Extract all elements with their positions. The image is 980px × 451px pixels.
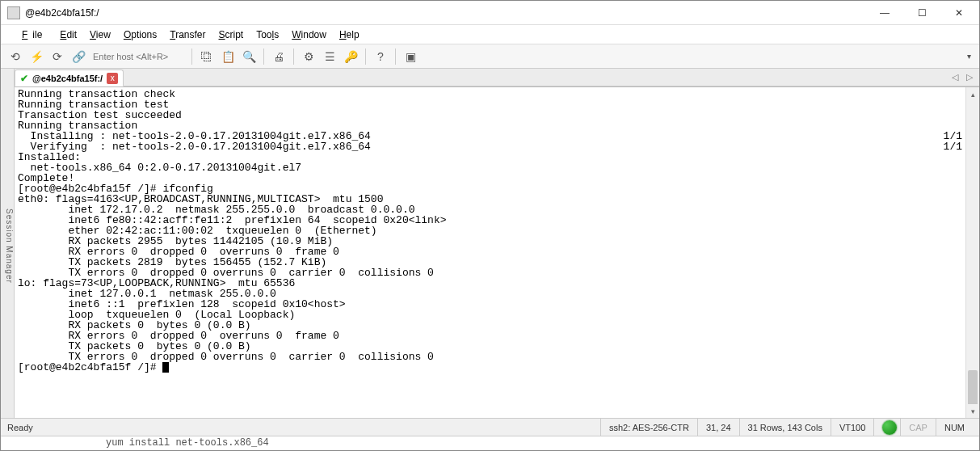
toolbar-separator [395, 48, 396, 65]
scroll-up-icon[interactable]: ▴ [966, 87, 979, 101]
copy-icon[interactable]: ⿻ [197, 47, 217, 66]
toolbar-overflow[interactable]: ▾ [964, 52, 974, 61]
status-size: 31 Rows, 143 Cols [739, 419, 831, 436]
menubar: File Edit View Options Transfer Script T… [1, 25, 979, 44]
find-icon[interactable]: 🔍 [239, 47, 259, 66]
session-tab[interactable]: ✔ @e4b2c4bfa15f:/ x [15, 70, 124, 86]
toolbar-separator [293, 48, 294, 65]
macro-icon[interactable]: ▣ [401, 47, 420, 66]
paste-icon[interactable]: 📋 [218, 47, 238, 66]
app-icon [7, 6, 20, 19]
tab-title: @e4b2c4bfa15f:/ [32, 74, 103, 83]
reconnect-icon[interactable]: ⟲ [6, 47, 25, 66]
menu-transfer[interactable]: Transfer [165, 27, 210, 42]
host-input[interactable] [90, 48, 187, 65]
maximize-button[interactable]: ☐ [903, 1, 940, 25]
extra-line: yum install net-tools.x86_64 [1, 436, 979, 450]
session-manager-panel[interactable]: Session Manager [1, 69, 15, 418]
reconnect-all-icon[interactable]: ⟳ [48, 47, 67, 66]
menu-window[interactable]: Window [287, 27, 331, 42]
statusbar: Ready ssh2: AES-256-CTR 31, 24 31 Rows, … [1, 418, 979, 436]
menu-help[interactable]: Help [334, 27, 364, 42]
status-protocol: ssh2: AES-256-CTR [600, 419, 697, 436]
settings-icon[interactable]: ⚙ [299, 47, 318, 66]
window-title: @e4b2c4bfa15f:/ [25, 7, 866, 19]
check-icon: ✔ [20, 73, 28, 84]
help-icon[interactable]: ? [371, 47, 390, 66]
scrollbar[interactable]: ▴ ▾ [965, 87, 979, 418]
status-ready: Ready [7, 419, 600, 436]
link-icon[interactable]: 🔗 [69, 47, 88, 66]
minimize-button[interactable]: — [866, 1, 903, 25]
window-controls: — ☐ ✕ [866, 1, 978, 25]
menu-script[interactable]: Script [214, 27, 249, 42]
status-cap: CAP [900, 419, 936, 436]
toolbar-separator [191, 48, 192, 65]
session-options-icon[interactable]: ☰ [320, 47, 339, 66]
key-icon[interactable]: 🔑 [341, 47, 360, 66]
tabbar: ✔ @e4b2c4bfa15f:/ x ◁ ▷ [15, 69, 979, 86]
menu-view[interactable]: View [85, 27, 116, 42]
status-indicator-icon [882, 420, 897, 435]
menu-file[interactable]: File [17, 27, 52, 42]
status-num: NUM [936, 419, 973, 436]
print-icon[interactable]: 🖨 [269, 47, 288, 66]
close-button[interactable]: ✕ [940, 1, 978, 25]
window-titlebar: @e4b2c4bfa15f:/ — ☐ ✕ [1, 1, 979, 25]
tab-prev-icon[interactable]: ◁ [952, 72, 958, 82]
menu-options[interactable]: Options [119, 27, 162, 42]
toolbar-separator [365, 48, 366, 65]
scroll-down-icon[interactable]: ▾ [966, 404, 979, 418]
menu-edit[interactable]: Edit [55, 27, 82, 42]
tab-close-button[interactable]: x [107, 73, 118, 84]
menu-tools[interactable]: Tools [251, 27, 284, 42]
tab-next-icon[interactable]: ▷ [966, 72, 973, 82]
status-cursor: 31, 24 [697, 419, 739, 436]
toolbar-separator [263, 48, 264, 65]
quick-connect-icon[interactable]: ⚡ [27, 47, 46, 66]
status-term: VT100 [831, 419, 873, 436]
toolbar: ⟲ ⚡ ⟳ 🔗 ⿻ 📋 🔍 🖨 ⚙ ☰ 🔑 ? ▣ ▾ [1, 44, 979, 69]
terminal-output[interactable]: Running transaction checkRunning transac… [15, 87, 965, 418]
